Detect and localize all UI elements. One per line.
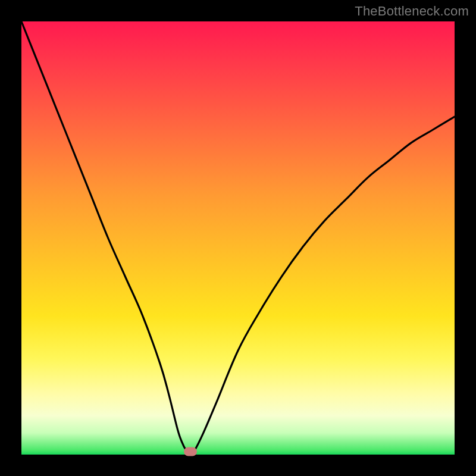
chart-frame: TheBottleneck.com	[0, 0, 476, 476]
bottleneck-curve	[21, 21, 455, 455]
curve-overlay	[21, 21, 455, 455]
optimal-point-marker	[184, 447, 197, 456]
watermark-text: TheBottleneck.com	[355, 4, 469, 19]
